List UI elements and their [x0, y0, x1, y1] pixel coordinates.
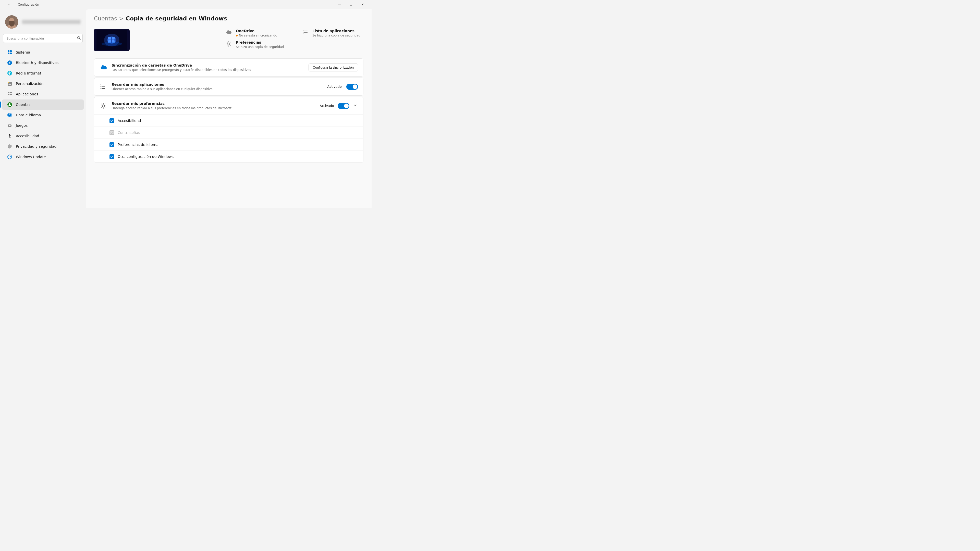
svg-rect-17: [10, 94, 12, 95]
contrasenas-checkbox-label: Contraseñas: [118, 130, 140, 135]
svg-rect-57: [100, 86, 101, 87]
idioma-checkbox-label: Preferencias de idioma: [118, 143, 159, 147]
search-button[interactable]: [77, 36, 81, 41]
checkbox-contrasenas: Contraseñas: [94, 127, 363, 139]
top-info-row-2: Preferencias Se hizo una copia de seguri…: [226, 40, 363, 49]
remember-prefs-action: Activado: [320, 103, 358, 109]
personalizacion-icon: [7, 81, 12, 86]
prefs-toggle-slider: [338, 103, 349, 109]
svg-rect-6: [10, 50, 12, 52]
svg-point-29: [10, 125, 11, 125]
breadcrumb-current: Copia de seguridad en Windows: [126, 15, 227, 22]
nav-menu: Sistema Bluetooth y dispositivos: [0, 47, 86, 162]
svg-rect-56: [100, 84, 101, 85]
titlebar-controls: — □ ✕: [333, 0, 369, 9]
prefs-expanded-section: Accesibilidad Contraseñas: [94, 114, 363, 162]
onedrive-sync-text: Sincronización de carpetas de OneDrive L…: [111, 63, 304, 72]
preferencias-info: Preferencias Se hizo una copia de seguri…: [226, 40, 287, 49]
cuentas-icon: [7, 102, 12, 107]
onedrive-text: OneDrive No se está sincronizando: [236, 29, 277, 37]
accesibilidad-checkbox[interactable]: [110, 118, 114, 123]
sidebar-item-red[interactable]: Red e Internet: [2, 68, 84, 78]
remember-apps-row: Recordar mis aplicaciones Obtener acceso…: [94, 78, 363, 95]
svg-line-35: [10, 137, 11, 138]
svg-rect-50: [303, 32, 304, 33]
svg-rect-41: [108, 37, 111, 40]
aplicaciones-icon: [7, 92, 12, 97]
svg-rect-7: [8, 52, 10, 54]
prefs-toggle[interactable]: [338, 103, 349, 109]
hora-icon: [7, 113, 12, 118]
sidebar-item-personalizacion[interactable]: Personalización: [2, 79, 84, 89]
top-info-row-1: OneDrive No se está sincronizando: [226, 29, 363, 37]
otra-checkbox-label: Otra configuración de Windows: [118, 155, 173, 159]
remember-prefs-card: Recordar mis preferencias Obtenga acceso…: [94, 97, 363, 163]
svg-point-13: [8, 82, 9, 83]
remember-apps-text: Recordar mis aplicaciones Obtener acceso…: [111, 83, 323, 91]
remember-prefs-text: Recordar mis preferencias Obtenga acceso…: [111, 102, 316, 110]
sidebar-item-aplicaciones[interactable]: Aplicaciones: [2, 89, 84, 99]
svg-rect-49: [303, 30, 304, 31]
app-container: Sistema Bluetooth y dispositivos: [0, 9, 372, 208]
sidebar-item-hora[interactable]: Hora e idioma: [2, 110, 84, 120]
sistema-icon: [7, 50, 12, 55]
sidebar-item-juegos[interactable]: Juegos: [2, 121, 84, 130]
svg-point-52: [228, 43, 230, 45]
svg-rect-16: [8, 94, 10, 95]
svg-rect-5: [8, 50, 10, 52]
prefs-expand-button[interactable]: [352, 103, 358, 109]
sidebar-item-sistema[interactable]: Sistema: [2, 47, 84, 57]
svg-point-9: [7, 60, 12, 65]
search-box: [3, 34, 83, 43]
onedrive-info: OneDrive No se está sincronizando: [226, 29, 287, 37]
sidebar: Sistema Bluetooth y dispositivos: [0, 9, 86, 208]
titlebar: ← Configuración — □ ✕: [0, 0, 372, 9]
top-section: OneDrive No se está sincronizando: [94, 29, 363, 51]
svg-point-11: [9, 73, 10, 74]
contrasenas-checkbox: [110, 130, 114, 135]
apps-toggle-slider: [346, 84, 358, 90]
search-input[interactable]: [3, 34, 83, 43]
breadcrumb: Cuentas > Copia de seguridad en Windows: [94, 15, 363, 22]
windows-update-icon: [7, 154, 12, 159]
preferencias-text: Preferencias Se hizo una copia de seguri…: [236, 40, 284, 49]
svg-point-30: [11, 125, 11, 126]
accesibilidad-checkbox-label: Accesibilidad: [118, 119, 141, 123]
configure-sync-button[interactable]: Configurar la sincronización: [309, 64, 358, 71]
avatar: [5, 15, 18, 29]
otra-checkbox[interactable]: [110, 154, 114, 159]
sidebar-item-windows-update[interactable]: Windows Update: [2, 152, 84, 162]
sidebar-item-accesibilidad[interactable]: Accesibilidad: [2, 131, 84, 141]
onedrive-sync-card: Sincronización de carpetas de OneDrive L…: [94, 59, 363, 76]
idioma-checkbox[interactable]: [110, 142, 114, 147]
onedrive-sync-icon: [99, 64, 107, 72]
bluetooth-icon: [7, 60, 12, 65]
sidebar-item-cuentas[interactable]: Cuentas: [2, 100, 84, 110]
minimize-button[interactable]: —: [333, 0, 345, 9]
lista-aplicaciones-icon: [302, 29, 308, 35]
onedrive-sync-row: Sincronización de carpetas de OneDrive L…: [94, 59, 363, 76]
remember-apps-card: Recordar mis aplicaciones Obtener acceso…: [94, 78, 363, 96]
svg-rect-58: [100, 88, 101, 89]
sidebar-item-bluetooth[interactable]: Bluetooth y dispositivos: [2, 58, 84, 68]
onedrive-icon: [226, 29, 232, 35]
svg-point-59: [102, 105, 105, 107]
onedrive-status-dot: [236, 35, 238, 37]
svg-point-21: [9, 103, 11, 105]
apps-toggle[interactable]: [346, 84, 358, 90]
privacidad-icon: [7, 144, 12, 149]
remember-apps-icon: [99, 83, 107, 91]
remember-prefs-icon: [99, 102, 107, 110]
sidebar-item-privacidad[interactable]: Privacidad y seguridad: [2, 141, 84, 151]
back-button[interactable]: ←: [3, 0, 15, 9]
red-icon: [7, 71, 12, 76]
svg-point-45: [102, 42, 122, 46]
svg-rect-42: [112, 37, 115, 40]
close-button[interactable]: ✕: [357, 0, 369, 9]
breadcrumb-parent: Cuentas: [94, 15, 117, 22]
breadcrumb-separator: >: [119, 15, 124, 22]
checkbox-accesibilidad: Accesibilidad: [94, 115, 363, 127]
svg-rect-51: [303, 33, 304, 34]
maximize-button[interactable]: □: [345, 0, 357, 9]
accesibilidad-icon: [7, 133, 12, 138]
